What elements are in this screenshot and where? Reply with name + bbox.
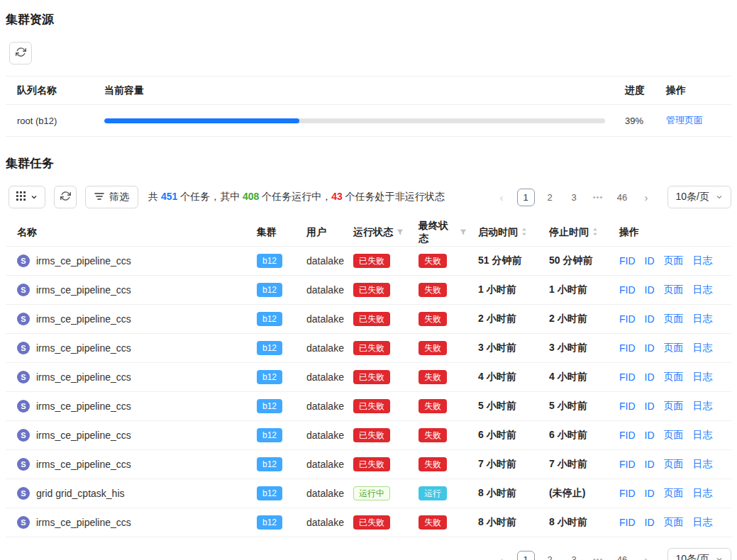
manage-page-link[interactable]: 管理页面: [666, 115, 703, 125]
log-link[interactable]: 日志: [693, 342, 713, 354]
page-link[interactable]: 页面: [664, 342, 684, 354]
id-link[interactable]: ID: [645, 488, 655, 499]
page-size-select[interactable]: 10条/页: [667, 186, 731, 208]
column-settings-button[interactable]: [9, 186, 45, 208]
page-link[interactable]: 页面: [664, 487, 684, 500]
page-size-select[interactable]: 10条/页: [667, 548, 731, 560]
fid-link[interactable]: FID: [619, 430, 636, 441]
page-link[interactable]: 页面: [664, 458, 684, 471]
filter-button[interactable]: 筛选: [85, 186, 138, 208]
log-link[interactable]: 日志: [693, 254, 713, 267]
id-link[interactable]: ID: [645, 371, 655, 383]
start-time: 8 小时前: [472, 487, 543, 500]
id-link[interactable]: ID: [645, 255, 655, 267]
run-status-cell: 已失败: [348, 254, 413, 268]
fid-link[interactable]: FID: [619, 488, 636, 499]
log-link[interactable]: 日志: [693, 429, 713, 442]
task-name-cell: S irms_ce_pipeline_ccs: [6, 342, 251, 354]
log-link[interactable]: 日志: [693, 400, 713, 413]
pagination-page-last[interactable]: 46: [614, 551, 631, 560]
page-link[interactable]: 页面: [664, 254, 684, 267]
pagination-ellipsis[interactable]: •••: [589, 189, 607, 206]
start-time: 5 小时前: [472, 400, 543, 413]
task-name: irms_ce_pipeline_ccs: [36, 371, 131, 383]
pagination-page-last[interactable]: 46: [614, 189, 631, 206]
resources-refresh-button[interactable]: [9, 42, 32, 65]
page-link[interactable]: 页面: [664, 284, 684, 296]
task-avatar: S: [17, 487, 30, 500]
user-cell: datalake: [301, 488, 348, 499]
col-run-status: 运行状态: [348, 226, 413, 239]
log-link[interactable]: 日志: [693, 371, 713, 383]
col-user: 用户: [301, 226, 348, 239]
cluster-cell: b12: [251, 428, 301, 442]
fid-link[interactable]: FID: [619, 313, 636, 325]
pagination-page-1[interactable]: 1: [517, 189, 535, 206]
cluster-badge: b12: [257, 312, 282, 326]
chevron-down-icon: [716, 191, 723, 203]
final-status-badge: 失败: [419, 515, 447, 530]
fid-link[interactable]: FID: [619, 371, 636, 383]
tasks-table-header: 名称 集群 用户 运行状态 最终状态 启动时间 停止时间 操作: [6, 218, 731, 247]
col-progress: 进度: [619, 84, 660, 97]
task-avatar: S: [17, 313, 30, 325]
log-link[interactable]: 日志: [693, 487, 713, 500]
id-link[interactable]: ID: [645, 342, 655, 354]
page-link[interactable]: 页面: [664, 516, 684, 529]
page-link[interactable]: 页面: [664, 313, 684, 325]
fid-link[interactable]: FID: [619, 284, 636, 296]
fid-link[interactable]: FID: [619, 401, 636, 412]
fid-link[interactable]: FID: [619, 459, 636, 470]
pagination-page-2[interactable]: 2: [541, 551, 559, 560]
id-link[interactable]: ID: [645, 313, 655, 325]
task-avatar: S: [17, 400, 30, 413]
log-link[interactable]: 日志: [693, 516, 713, 529]
pagination-prev-icon[interactable]: ‹: [493, 189, 511, 206]
pagination-page-3[interactable]: 3: [565, 189, 583, 206]
pagination-next-icon[interactable]: ›: [638, 189, 655, 206]
pagination-next-icon[interactable]: ›: [638, 551, 655, 560]
user-cell: datalake: [301, 371, 348, 383]
fid-link[interactable]: FID: [619, 342, 636, 354]
pagination-page-2[interactable]: 2: [541, 189, 559, 206]
log-link[interactable]: 日志: [693, 313, 713, 325]
tasks-refresh-button[interactable]: [54, 186, 77, 208]
id-link[interactable]: ID: [645, 430, 655, 441]
pagination-bottom: ‹ 1 2 3 ••• 46 › 10条/页: [6, 548, 731, 560]
refresh-icon: [60, 191, 71, 203]
col-name: 名称: [6, 226, 251, 239]
col-start-time[interactable]: 启动时间: [472, 226, 543, 239]
task-summary: 共 451 个任务，其中 408 个任务运行中，43 个任务处于非运行状态: [148, 191, 445, 203]
task-name: irms_ce_pipeline_ccs: [36, 517, 131, 528]
log-link[interactable]: 日志: [693, 458, 713, 471]
cluster-badge: b12: [257, 486, 282, 500]
fid-link[interactable]: FID: [619, 517, 636, 528]
page-link[interactable]: 页面: [664, 371, 684, 383]
page-link[interactable]: 页面: [664, 400, 684, 413]
start-time: 3 小时前: [472, 342, 543, 354]
task-name: irms_ce_pipeline_ccs: [36, 284, 131, 296]
final-status-cell: 失败: [413, 457, 472, 471]
task-name-cell: S irms_ce_pipeline_ccs: [6, 284, 251, 296]
cluster-badge: b12: [257, 254, 282, 268]
run-status-badge: 已失败: [353, 399, 390, 413]
id-link[interactable]: ID: [645, 517, 655, 528]
col-stop-time[interactable]: 停止时间: [543, 226, 614, 239]
id-link[interactable]: ID: [645, 459, 655, 470]
page-link[interactable]: 页面: [664, 429, 684, 442]
stop-time: 3 小时前: [543, 342, 614, 354]
final-status-cell: 失败: [413, 341, 472, 355]
pagination-page-1[interactable]: 1: [517, 551, 535, 560]
progress-bar: [104, 118, 605, 123]
user-cell: datalake: [301, 342, 348, 354]
id-link[interactable]: ID: [645, 284, 655, 296]
id-link[interactable]: ID: [645, 401, 655, 412]
final-status-cell: 运行: [413, 486, 472, 500]
filter-funnel-icon[interactable]: [460, 227, 467, 238]
log-link[interactable]: 日志: [693, 284, 713, 296]
pagination-page-3[interactable]: 3: [565, 551, 583, 560]
filter-funnel-icon[interactable]: [397, 227, 404, 238]
pagination-ellipsis[interactable]: •••: [589, 551, 607, 560]
pagination-prev-icon[interactable]: ‹: [493, 551, 511, 560]
fid-link[interactable]: FID: [619, 255, 636, 267]
